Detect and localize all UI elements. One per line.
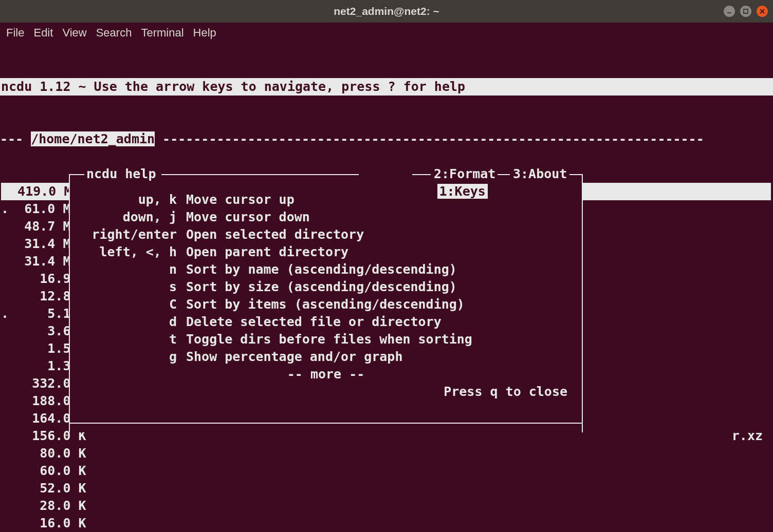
help-body: up, kMove cursor updown, jMove cursor do… xyxy=(69,183,583,415)
help-desc: Sort by items (ascending/descending) xyxy=(177,296,465,313)
maximize-button[interactable] xyxy=(740,6,751,17)
titlebar: net2_admin@net2: ~ xyxy=(0,0,773,23)
close-button[interactable] xyxy=(757,6,768,17)
menu-file[interactable]: File xyxy=(4,24,31,42)
help-key-row: dDelete selected file or directory xyxy=(69,313,583,331)
minimize-button[interactable] xyxy=(724,6,735,17)
help-key: right/enter xyxy=(69,226,177,243)
help-desc: Move cursor down xyxy=(177,208,310,226)
help-key: t xyxy=(69,331,177,348)
help-key: up, k xyxy=(69,191,177,208)
help-key-row: nSort by name (ascending/descending) xyxy=(69,261,583,278)
window-title: net2_admin@net2: ~ xyxy=(334,5,439,17)
help-key-row: tToggle dirs before files when sorting xyxy=(69,331,583,348)
menu-view[interactable]: View xyxy=(60,24,94,42)
help-desc: Toggle dirs before files when sorting xyxy=(177,331,472,348)
list-item-trailing: r.xz xyxy=(732,427,763,445)
help-desc: Show percentage and/or graph xyxy=(177,348,402,366)
ncdu-path-line: --- /home/net2_admin -------------------… xyxy=(0,130,773,148)
ncdu-path: /home/net2_admin xyxy=(31,131,155,146)
ncdu-help-dialog: ncdu help 1:Keys 2:Format 3:About up, kM… xyxy=(69,165,583,432)
help-key-row: left, <, hOpen parent directory xyxy=(69,243,583,261)
help-key-row: right/enterOpen selected directory xyxy=(69,226,583,243)
help-tab-about[interactable]: 3:About xyxy=(511,165,569,183)
help-key-row: up, kMove cursor up xyxy=(69,191,583,208)
help-key-row: sSort by size (ascending/descending) xyxy=(69,278,583,296)
ncdu-header: ncdu 1.12 ~ Use the arrow keys to naviga… xyxy=(0,78,773,96)
help-desc: Delete selected file or directory xyxy=(177,313,441,331)
help-desc: Open parent directory xyxy=(177,243,348,261)
help-desc: Sort by size (ascending/descending) xyxy=(177,278,457,296)
help-key: s xyxy=(69,278,177,296)
help-title: ncdu help xyxy=(86,165,156,183)
menu-search[interactable]: Search xyxy=(94,24,139,42)
menu-edit[interactable]: Edit xyxy=(31,24,60,42)
help-key: down, j xyxy=(69,208,177,226)
list-item[interactable]: 52.0 K xyxy=(0,480,773,497)
help-close-hint: Press q to close xyxy=(69,383,583,401)
help-key-row: gShow percentage and/or graph xyxy=(69,348,583,366)
help-desc: Move cursor up xyxy=(177,191,295,208)
help-key: d xyxy=(69,313,177,331)
terminal-content[interactable]: ncdu 1.12 ~ Use the arrow keys to naviga… xyxy=(0,43,773,532)
menu-terminal[interactable]: Terminal xyxy=(139,24,191,42)
menu-help[interactable]: Help xyxy=(191,24,224,42)
help-key: C xyxy=(69,296,177,313)
help-key-row: down, jMove cursor down xyxy=(69,208,583,226)
window-controls xyxy=(724,6,768,17)
help-key: n xyxy=(69,261,177,278)
help-desc: Sort by name (ascending/descending) xyxy=(177,261,457,278)
help-tab-format[interactable]: 2:Format xyxy=(432,165,498,183)
help-key-row: CSort by items (ascending/descending) xyxy=(69,296,583,313)
terminal-window: net2_admin@net2: ~ File Edit View Search… xyxy=(0,0,773,532)
help-key: left, <, h xyxy=(69,243,177,261)
list-item[interactable]: 16.0 K xyxy=(0,515,773,532)
help-desc: Open selected directory xyxy=(177,226,364,243)
list-item[interactable]: 60.0 K xyxy=(0,462,773,480)
help-key: g xyxy=(69,348,177,366)
help-more: -- more -- xyxy=(69,366,583,383)
svg-rect-1 xyxy=(744,9,748,13)
menubar: File Edit View Search Terminal Help xyxy=(0,23,773,43)
list-item[interactable]: 28.0 K xyxy=(0,497,773,515)
